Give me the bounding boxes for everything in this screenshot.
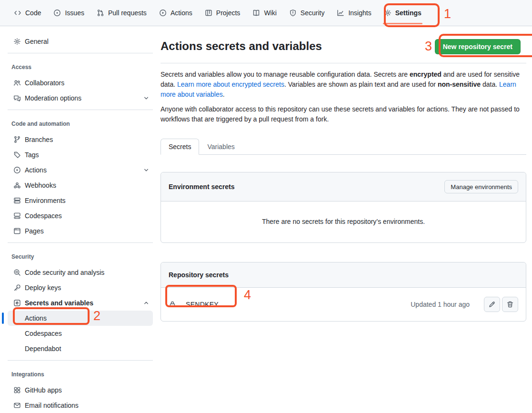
gear-icon xyxy=(13,38,21,45)
sidebar-item-moderation-options[interactable]: Moderation options xyxy=(8,91,153,106)
tab-insights-label: Insights xyxy=(348,9,371,17)
intro-text: . xyxy=(223,91,225,98)
tab-insights[interactable]: Insights xyxy=(333,0,375,26)
git-branch-icon xyxy=(13,136,21,143)
tab-settings-label: Settings xyxy=(395,9,422,17)
tab-issues[interactable]: Issues xyxy=(50,0,88,26)
sidebar-item-secrets-variables[interactable]: Secrets and variables xyxy=(8,295,153,311)
sidebar-item-label: Deploy keys xyxy=(25,284,61,292)
sidebar-item-label: Collaborators xyxy=(25,79,64,87)
sidebar-item-branches[interactable]: Branches xyxy=(8,132,153,147)
sidebar-item-email-notifications[interactable]: Email notifications xyxy=(8,398,153,413)
sidebar-section-access: Access xyxy=(8,57,153,75)
repository-secrets-title: Repository secrets xyxy=(169,271,229,279)
project-table-icon xyxy=(205,9,212,17)
sidebar-item-label: Tags xyxy=(25,151,39,159)
shield-icon xyxy=(289,9,297,17)
tab-pull-requests-label: Pull requests xyxy=(108,9,147,17)
intro-text: . Variables are shown as plain text and … xyxy=(284,81,438,88)
sidebar-item-label: Secrets and variables xyxy=(25,299,93,307)
tab-settings[interactable]: Settings xyxy=(380,0,425,26)
sidebar-item-label: Code security and analysis xyxy=(25,269,104,276)
sidebar-item-secrets-actions[interactable]: Actions xyxy=(8,311,153,326)
sidebar-item-label: Moderation options xyxy=(25,94,81,102)
sidebar-item-github-apps[interactable]: GitHub apps xyxy=(8,383,153,398)
code-icon xyxy=(14,9,21,17)
sidebar-item-secrets-codespaces[interactable]: Codespaces xyxy=(8,326,153,341)
play-circle-icon xyxy=(159,9,167,17)
apps-grid-icon xyxy=(13,386,21,394)
sidebar-item-webhooks[interactable]: Webhooks xyxy=(8,178,153,193)
webhook-icon xyxy=(13,181,21,189)
mail-icon xyxy=(13,402,21,409)
intro-paragraph-2: Anyone with collaborator access to this … xyxy=(161,104,526,124)
tag-icon xyxy=(13,151,21,159)
sidebar-item-label: GitHub apps xyxy=(25,386,62,394)
chevron-down-icon xyxy=(143,95,149,101)
tab-actions-label: Actions xyxy=(171,9,192,17)
sidebar-item-label: Webhooks xyxy=(25,181,56,189)
sidebar-divider xyxy=(8,360,153,361)
sidebar-item-secrets-dependabot[interactable]: Dependabot xyxy=(8,341,153,356)
edit-secret-button[interactable] xyxy=(484,297,500,312)
new-repository-secret-button[interactable]: New repository secret xyxy=(435,39,521,54)
environment-secrets-box: Environment secrets Manage environments … xyxy=(161,172,526,243)
sidebar-item-environments[interactable]: Environments xyxy=(8,193,153,208)
key-asterisk-icon xyxy=(13,299,21,307)
secret-row-sendkey: SENDKEY Updated 1 hour ago xyxy=(161,288,526,321)
sidebar-item-actions[interactable]: Actions xyxy=(8,162,153,178)
tab-variables[interactable]: Variables xyxy=(199,139,242,155)
sidebar-section-security: Security xyxy=(8,247,153,265)
learn-more-encrypted-secrets-link[interactable]: Learn more about encrypted secrets xyxy=(177,81,284,88)
git-pull-request-icon xyxy=(97,9,104,17)
tab-code[interactable]: Code xyxy=(10,0,45,26)
graph-icon xyxy=(337,9,344,17)
tab-security-label: Security xyxy=(301,9,325,17)
title-divider xyxy=(161,63,526,63)
sidebar-item-label: Environments xyxy=(25,197,66,204)
sidebar-item-codespaces[interactable]: Codespaces xyxy=(8,208,153,223)
sidebar-item-pages[interactable]: Pages xyxy=(8,223,153,239)
tab-wiki[interactable]: Wiki xyxy=(249,0,280,26)
trash-icon xyxy=(506,301,514,308)
sidebar-item-collaborators[interactable]: Collaborators xyxy=(8,75,153,91)
tab-projects[interactable]: Projects xyxy=(201,0,244,26)
tab-pull-requests[interactable]: Pull requests xyxy=(93,0,151,26)
sidebar-item-label: Pages xyxy=(25,227,44,235)
manage-environments-button[interactable]: Manage environments xyxy=(444,180,518,193)
sidebar-item-label: Branches xyxy=(25,136,53,143)
chevron-up-icon xyxy=(143,300,149,306)
sidebar-section-code-automation: Code and automation xyxy=(8,114,153,132)
sidebar-item-general[interactable]: General xyxy=(8,34,153,49)
sidebar-section-integrations: Integrations xyxy=(8,364,153,383)
tab-secrets[interactable]: Secrets xyxy=(161,139,199,155)
github-settings-page: Code Issues Pull requests Actions Projec… xyxy=(0,0,532,413)
tab-security[interactable]: Security xyxy=(285,0,329,26)
sidebar-item-code-security[interactable]: Code security and analysis xyxy=(8,265,153,280)
tab-issues-label: Issues xyxy=(65,9,84,17)
sidebar-item-tags[interactable]: Tags xyxy=(8,147,153,162)
sidebar-divider xyxy=(8,242,153,243)
sidebar-item-label: General xyxy=(25,38,49,45)
sidebar-item-label: Codespaces xyxy=(25,212,62,220)
settings-sidebar: General Access Collaborators Moderation … xyxy=(0,26,161,413)
secret-name: SENDKEY xyxy=(186,301,219,308)
tab-actions[interactable]: Actions xyxy=(155,0,196,26)
tab-projects-label: Projects xyxy=(216,9,241,17)
sidebar-divider xyxy=(8,53,153,53)
environment-secrets-empty-message: There are no secrets for this repository… xyxy=(161,201,526,242)
intro-text: data. xyxy=(481,81,499,88)
codescan-icon xyxy=(13,269,21,276)
book-icon xyxy=(252,9,260,17)
play-circle-icon xyxy=(13,166,21,174)
people-icon xyxy=(13,79,21,87)
intro-text: Secrets and variables allow you to manag… xyxy=(161,71,410,78)
delete-secret-button[interactable] xyxy=(502,297,518,312)
intro-bold-encrypted: encrypted xyxy=(410,71,442,78)
page-title: Actions secrets and variables xyxy=(161,39,322,53)
key-icon xyxy=(13,284,21,292)
sidebar-item-label: Codespaces xyxy=(25,330,62,337)
browser-icon xyxy=(13,227,21,235)
sidebar-item-deploy-keys[interactable]: Deploy keys xyxy=(8,280,153,295)
sidebar-item-label: Actions xyxy=(25,314,47,322)
